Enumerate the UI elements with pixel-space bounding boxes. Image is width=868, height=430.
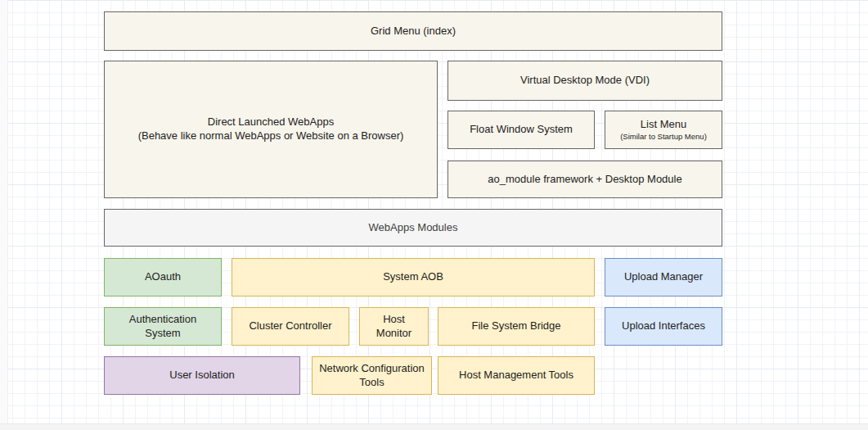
node-label: File System Bridge [471,319,560,333]
node-float-window-system: Float Window System [447,111,595,149]
node-label: Network Configuration Tools [319,362,425,390]
node-sublabel: (Similar to Startup Menu) [620,132,707,141]
node-sublabel: (Behave like normal WebApps or Website o… [138,129,404,143]
node-host-management-tools: Host Management Tools [438,356,595,395]
node-label: WebApps Modules [369,221,458,235]
node-label: Cluster Controller [249,319,331,333]
node-list-menu: List Menu (Similar to Startup Menu) [605,111,722,149]
node-cluster-controller: Cluster Controller [232,307,349,346]
node-upload-manager: Upload Manager [605,258,722,296]
node-aoauth: AOauth [104,258,222,296]
node-label: Authentication System [111,313,214,341]
node-label: AOauth [145,270,181,284]
node-grid-menu: Grid Menu (index) [104,11,722,51]
node-label: Host Monitor [367,313,421,341]
node-label: User Isolation [169,369,234,382]
node-label: List Menu [641,118,686,132]
node-label: Grid Menu (index) [371,25,456,38]
diagram-canvas: Grid Menu (index) Direct Launched WebApp… [0,0,868,430]
node-label: Float Window System [470,123,573,137]
node-authentication-system: Authentication System [104,307,222,346]
node-system-aob: System AOB [232,258,595,296]
node-user-isolation: User Isolation [104,356,300,395]
node-label: System AOB [383,270,443,284]
node-label: Upload Interfaces [622,319,705,333]
node-label: Direct Launched WebApps [208,115,334,129]
node-webapps-modules: WebApps Modules [104,209,722,247]
node-ao-module-framework: ao_module framework + Desktop Module [447,161,722,198]
vertical-scrollbar-track[interactable] [0,0,8,430]
node-upload-interfaces: Upload Interfaces [605,307,722,346]
node-direct-launched-webapps: Direct Launched WebApps (Behave like nor… [104,61,438,198]
node-host-monitor: Host Monitor [359,307,429,346]
node-virtual-desktop-mode: Virtual Desktop Mode (VDI) [447,61,722,101]
node-label: ao_module framework + Desktop Module [488,173,681,187]
horizontal-scrollbar-track[interactable] [0,423,868,430]
node-network-configuration-tools: Network Configuration Tools [312,356,432,395]
node-file-system-bridge: File System Bridge [438,307,595,346]
node-label: Upload Manager [624,270,703,284]
node-label: Virtual Desktop Mode (VDI) [520,74,650,88]
node-label: Host Management Tools [459,369,573,382]
